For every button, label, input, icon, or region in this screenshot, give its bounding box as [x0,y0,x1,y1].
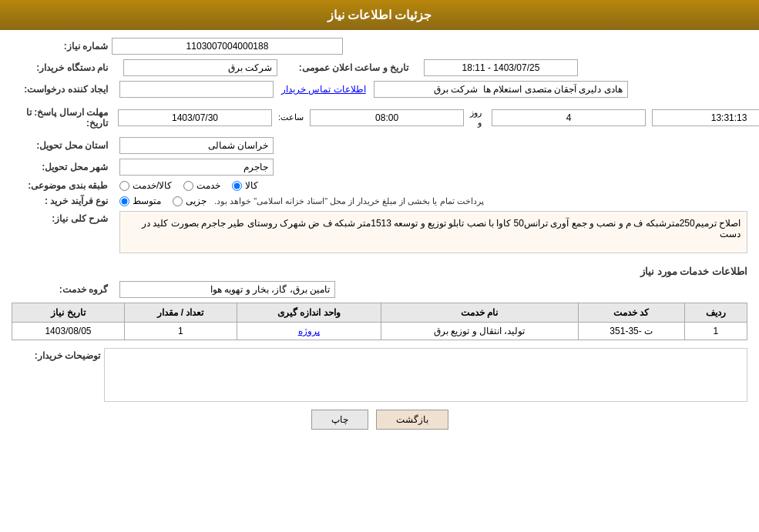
farayand-motavasset-item[interactable]: متوسط [119,196,161,206]
mohlat-label: مهلت ارسال پاسخ: تا تاریخ: [12,107,112,129]
print-button[interactable]: چاپ [311,410,368,430]
table-row: 1 ت -35-351 تولید، انتقال و توزیع برق پر… [12,323,747,340]
col-radif: ردیف [684,303,747,323]
ijad-konnande-value-input[interactable] [374,81,628,98]
farayand-motavasset-radio[interactable] [119,196,129,206]
page-header: جزئیات اطلاعات نیاز [0,0,759,30]
cell-vahed: پروژه [237,323,381,340]
cell-kod-khadamat: ت -35-351 [578,323,684,340]
noe-farayand-radio-group: جزیی متوسط [119,196,207,206]
tabaqe-radio-group: کالا خدمت کالا/خدمت [119,180,258,191]
ijad-konnande-input[interactable] [119,81,274,98]
tabaqe-kala-khadamat-label: کالا/خدمت [133,180,172,191]
ostan-label: استان محل تحویل: [12,140,112,151]
tabaqe-khadamat-label: خدمت [196,180,220,191]
col-tarikh: تاریخ نیاز [12,303,125,323]
col-vahed: واحد اندازه گیری [237,303,381,323]
mohlat-mande-input[interactable] [652,109,759,126]
mohlat-roz-input[interactable] [492,109,646,126]
tabaqe-kala-khadamat-radio[interactable] [119,181,129,191]
shahr-input[interactable] [119,159,274,176]
page-title: جزئیات اطلاعات نیاز [327,8,432,22]
mohlat-date-input[interactable] [118,109,272,126]
shomare-niaz-input[interactable] [112,38,343,55]
tozihat-row: توضیحات خریدار: [12,348,747,402]
farayand-jozii-radio[interactable] [173,196,183,206]
tozihat-textarea[interactable] [104,348,747,402]
tabaqe-kala-radio[interactable] [232,181,242,191]
shahr-label: شهر محل تحویل: [12,162,112,172]
cell-tarikh: 1403/08/05 [12,323,125,340]
back-button[interactable]: بازگشت [376,410,448,430]
cell-tedad: 1 [124,323,237,340]
tozihat-label: توضیحات خریدار: [12,350,104,361]
tarikh-elan-label: تاریخ و ساعت اعلان عمومی: [289,62,412,73]
sharh-value: اصلاح ترمیم250مترشبکه ف م و نصب و جمع آو… [119,211,747,253]
farayand-motavasset-label: متوسط [133,196,161,206]
tabaqe-khadamat-item[interactable]: خدمت [183,180,220,191]
ettelaat-khadamat-title: اطلاعات خدمات مورد نیاز [12,266,747,277]
col-nam-khadamat: نام خدمت [381,303,578,323]
farayand-note: پرداخت تمام یا بخشی از مبلغ خریدار از مح… [214,196,484,206]
ijad-konnande-label: ایجاد کننده درخواست: [12,84,112,95]
tabaqe-kala-khadamat-item[interactable]: کالا/خدمت [119,180,172,191]
ettelaat-tamas-link[interactable]: اطلاعات تماس خریدار [281,84,366,95]
mohlat-saat-label: ساعت: [278,112,304,122]
tarikh-elan-input[interactable] [424,59,578,76]
tabaqe-kala-label: کالا [245,180,258,191]
grohe-khadamat-input[interactable] [119,281,335,298]
cell-radif: 1 [684,323,747,340]
farayand-jozii-label: جزیی [186,196,207,206]
services-table: ردیف کد خدمت نام خدمت واحد اندازه گیری ت… [12,303,747,340]
sharh-label: شرح کلی نیاز: [12,213,112,224]
buttons-row: بازگشت چاپ [12,410,747,430]
col-tedad: تعداد / مقدار [124,303,237,323]
nam-dastgah-label: نام دستگاه خریدار: [12,62,112,73]
grohe-khadamat-label: گروه خدمت: [12,284,112,295]
noe-farayand-label: نوع فرآیند خرید : [12,196,112,206]
mohlat-roz-label: روز و [470,108,482,128]
tabaqe-khadamat-radio[interactable] [183,181,193,191]
col-kod-khadamat: کد خدمت [578,303,684,323]
tabaqe-kala-item[interactable]: کالا [232,180,258,191]
ostan-input[interactable] [119,137,274,154]
farayand-jozii-item[interactable]: جزیی [173,196,207,206]
shomare-niaz-label: شماره نیاز: [12,41,112,52]
nam-dastgah-input[interactable] [123,59,277,76]
tabaqe-label: طبقه بندی موضوعی: [12,180,112,191]
mohlat-saat-input[interactable] [310,109,464,126]
cell-nam-khadamat: تولید، انتقال و توزیع برق [381,323,578,340]
